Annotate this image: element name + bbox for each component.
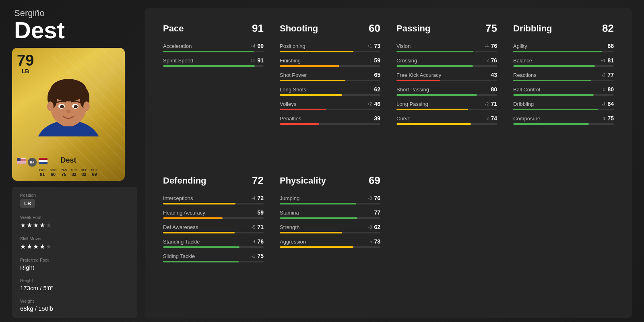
stat-modifier: -1 — [252, 254, 256, 258]
stat-row-1: Crossing -2 76 — [396, 57, 497, 67]
stat-bar — [513, 123, 614, 125]
ea-badge-icon: EA — [28, 158, 37, 167]
stat-bar — [513, 51, 614, 52]
stat-row-3: Aggression -5 73 — [280, 238, 380, 248]
position-badge: LB — [20, 199, 35, 208]
stat-value: 88 — [607, 43, 614, 49]
stat-modifier: -2 — [602, 72, 606, 77]
netherlands-flag-icon — [39, 158, 47, 164]
svg-rect-24 — [39, 162, 47, 164]
stat-bar-fill — [513, 94, 594, 96]
category-physicality: Physicality 69 Jumping -3 76 Stamina — [274, 170, 386, 308]
stat-row-5: Curve -2 74 — [396, 115, 497, 125]
svg-point-8 — [60, 105, 64, 108]
stat-row-1: Sprint Speed -11 91 — [163, 57, 264, 67]
stat-value: 77 — [607, 72, 614, 78]
card-stat-phy: PHY 69 — [91, 168, 97, 177]
stat-bar — [280, 217, 380, 219]
height-info: Height 173cm / 5'8" — [20, 278, 129, 291]
category-passing: Passing 75 Vision -4 76 Crossing — [390, 18, 503, 170]
category-shooting: Shooting 60 Positioning +1 73 Finishin — [274, 18, 386, 170]
stat-bar — [280, 123, 380, 125]
stat-value: 59 — [374, 57, 380, 64]
stat-row-5: Penalties 39 — [280, 115, 380, 125]
stat-row-1: Balance +1 81 — [513, 57, 614, 67]
category-defending: Defending 72 Interceptions -4 72 Headi — [157, 170, 270, 308]
position-info: Position LB — [20, 193, 129, 208]
stat-bar — [163, 65, 264, 67]
stat-bar-fill — [396, 51, 473, 52]
stat-bar-fill — [163, 203, 235, 204]
stat-value: 76 — [491, 43, 497, 49]
stat-name: Agility — [513, 43, 527, 49]
category-header-5: Physicality 69 — [280, 174, 380, 189]
category-value-2: 75 — [485, 22, 497, 35]
stat-value: 73 — [374, 238, 380, 245]
stat-row-3: Ball Control -3 80 — [513, 86, 614, 96]
svg-point-10 — [66, 110, 70, 113]
stat-row-4: Volleys +2 46 — [280, 101, 380, 110]
stat-value: 73 — [374, 43, 380, 49]
stat-bar — [280, 51, 380, 52]
stat-name: Long Passing — [396, 101, 428, 107]
player-image — [30, 60, 107, 136]
stat-value: 77 — [374, 209, 380, 216]
stat-row-1: Finishing -1 59 — [280, 57, 380, 67]
stat-bar-fill — [513, 80, 591, 81]
height-label: Height — [20, 278, 129, 283]
stat-name: Composure — [513, 116, 540, 122]
stat-modifier: +1 — [367, 43, 372, 48]
stat-value: 43 — [491, 72, 497, 78]
weak-foot-label: Weak Foot — [20, 215, 129, 220]
category-header-0: Pace 91 — [163, 22, 264, 37]
category-value-5: 69 — [369, 174, 380, 187]
stat-row-2: Strength -3 62 — [280, 224, 380, 233]
player-card: 79 LB — [12, 48, 125, 181]
stat-bar-fill — [513, 51, 602, 52]
stat-row-1: Stamina 77 — [280, 209, 380, 219]
stat-bar-fill — [280, 65, 339, 67]
stat-bar — [513, 109, 614, 110]
stat-name: Def Awareness — [163, 224, 198, 230]
weak-foot-info: Weak Foot ★ ★ ★ ★ ★ — [20, 215, 129, 229]
card-stats-row: PAC 91 SHO 60 PAS 75 DRI 82 DEF 82 — [12, 168, 125, 177]
category-header-2: Passing 75 — [396, 22, 497, 37]
stat-bar — [280, 94, 380, 96]
stat-value: 71 — [491, 101, 497, 107]
stat-bar — [396, 65, 497, 67]
stat-bar-fill — [396, 65, 473, 67]
card-stat-dri: DRI 82 — [71, 168, 77, 177]
stat-bar-fill — [280, 123, 319, 125]
player-lastname: Dest — [14, 19, 137, 42]
stat-name: Ball Control — [513, 87, 540, 93]
stat-bar — [280, 203, 380, 204]
weight-info: Weight 68kg / 150lb — [20, 299, 129, 312]
stat-modifier: -3 — [368, 196, 372, 200]
stat-name: Penalties — [280, 116, 301, 122]
stat-value: 46 — [374, 101, 380, 107]
stat-row-0: Interceptions -4 72 — [163, 195, 264, 204]
category-value-0: 91 — [252, 22, 264, 35]
stat-row-3: Standing Tackle -4 76 — [163, 238, 264, 248]
category-dribbling: Dribbling 82 Agility 88 Balance — [507, 18, 620, 170]
stat-bar-fill — [513, 65, 595, 67]
stat-value: 72 — [257, 195, 264, 201]
stat-bar-fill — [396, 109, 468, 110]
stat-value: 90 — [257, 43, 264, 49]
stat-bar — [163, 261, 264, 262]
stat-bar-fill — [280, 94, 342, 96]
stat-value: 62 — [374, 224, 380, 230]
stat-modifier: -4 — [485, 43, 489, 48]
stat-row-2: Def Awareness -5 71 — [163, 224, 264, 233]
stat-modifier: -11 — [249, 58, 256, 63]
stat-bar — [163, 246, 264, 248]
stat-bar-fill — [280, 51, 353, 52]
stat-bar — [513, 80, 614, 81]
stat-name: Standing Tackle — [163, 239, 200, 245]
stat-modifier: -4 — [252, 239, 256, 244]
stat-row-0: Acceleration +4 90 — [163, 43, 264, 52]
stat-bar-fill — [513, 109, 598, 110]
player-name-header: Sergiño Dest — [12, 8, 137, 42]
stat-bar — [280, 80, 380, 81]
stat-value: 84 — [607, 101, 614, 107]
